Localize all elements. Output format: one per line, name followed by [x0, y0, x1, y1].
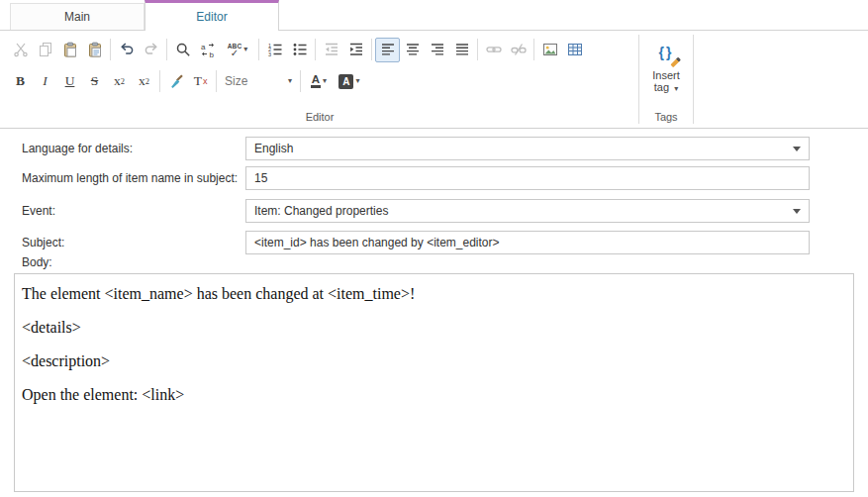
- remove-format-button[interactable]: Tx: [188, 69, 213, 94]
- cut-icon: [13, 42, 29, 57]
- toolbar-row-2: B I U S x2 x2 Tx: [8, 68, 365, 94]
- event-value: Item: Changed properties: [246, 204, 793, 218]
- spellcheck-button[interactable]: ABC ✓ ▾: [220, 38, 255, 62]
- replace-icon: ab: [200, 42, 216, 57]
- strikethrough-button[interactable]: S: [82, 69, 107, 94]
- paste-from-word-icon: [87, 42, 103, 57]
- paste-button[interactable]: [57, 38, 82, 62]
- chevron-down-icon: ▾: [288, 77, 292, 85]
- chevron-down-icon: ▾: [323, 77, 327, 85]
- toolbar-separator: [477, 39, 478, 60]
- bulleted-list-icon: [292, 42, 308, 57]
- subject-input[interactable]: [245, 231, 810, 254]
- redo-button[interactable]: [139, 38, 163, 62]
- body-label: Body:: [22, 253, 52, 271]
- event-label: Event:: [22, 199, 55, 223]
- underline-button[interactable]: U: [57, 69, 82, 94]
- background-color-icon: A: [338, 74, 353, 89]
- undo-icon: [119, 42, 135, 57]
- svg-text:b: b: [209, 50, 214, 58]
- copy-icon: [38, 42, 53, 57]
- unlink-icon: [511, 42, 527, 57]
- max-length-input[interactable]: [245, 166, 810, 190]
- paste-icon: [62, 42, 78, 57]
- font-size-dropdown[interactable]: Size ▾: [220, 69, 297, 93]
- superscript-button[interactable]: x2: [132, 69, 156, 94]
- replace-button[interactable]: ab: [195, 38, 220, 62]
- chevron-down-icon: [793, 209, 801, 214]
- decrease-indent-button[interactable]: [319, 38, 343, 62]
- link-icon: [486, 42, 502, 57]
- toolbar-separator: [159, 70, 160, 92]
- group-label-tags: Tags: [639, 111, 693, 127]
- link-button[interactable]: [481, 38, 506, 62]
- align-center-button[interactable]: [400, 38, 425, 62]
- language-value: English: [246, 142, 793, 155]
- subscript-button[interactable]: x2: [107, 69, 132, 94]
- numbered-list-icon: 123: [267, 42, 283, 57]
- increase-indent-button[interactable]: [343, 38, 368, 62]
- group-label-editor: Editor: [8, 111, 631, 127]
- toolbar-separator: [533, 39, 534, 60]
- check-icon: ✓: [231, 50, 239, 56]
- copy-formatting-button[interactable]: [163, 69, 188, 94]
- image-icon: [542, 42, 558, 57]
- align-left-button[interactable]: [375, 38, 400, 62]
- tab-editor-label: Editor: [196, 10, 227, 24]
- text-color-icon: A: [311, 74, 321, 88]
- undo-button[interactable]: [114, 38, 139, 62]
- toolbar-separator: [216, 70, 217, 92]
- increase-indent-icon: [348, 42, 364, 57]
- insert-tag-icon: {}: [659, 39, 674, 66]
- ribbon: ab ABC ✓ ▾ 123: [0, 30, 868, 129]
- align-justify-button[interactable]: [449, 38, 474, 62]
- align-right-icon: [430, 42, 445, 57]
- bulleted-list-button[interactable]: [287, 38, 312, 62]
- max-length-label: Maximum length of item name in subject:: [22, 166, 238, 190]
- event-select[interactable]: Item: Changed properties: [245, 199, 810, 223]
- chevron-down-icon: ▾: [674, 84, 678, 93]
- form-area: Language for details: English Maximum le…: [0, 129, 868, 497]
- paste-from-word-button[interactable]: [82, 38, 107, 62]
- table-icon: [567, 42, 583, 57]
- chevron-down-icon: [793, 147, 801, 151]
- unlink-button[interactable]: [506, 38, 530, 62]
- decrease-indent-icon: [324, 42, 339, 57]
- align-right-button[interactable]: [425, 38, 449, 62]
- toolbar-separator: [300, 70, 301, 92]
- language-label: Language for details:: [22, 137, 133, 160]
- italic-button[interactable]: I: [33, 69, 57, 94]
- svg-text:3: 3: [268, 51, 271, 57]
- align-left-icon: [380, 42, 396, 57]
- ribbon-tab-bar: Main Editor: [0, 0, 868, 30]
- find-button[interactable]: [170, 38, 195, 62]
- tab-editor[interactable]: Editor: [145, 0, 279, 31]
- language-select[interactable]: English: [245, 137, 810, 160]
- toolbar-separator: [371, 39, 372, 60]
- body-editor[interactable]: The element <item_name> has been changed…: [14, 273, 854, 492]
- group-separator: [693, 35, 694, 124]
- copy-button[interactable]: [33, 38, 57, 62]
- toolbar-separator: [110, 39, 111, 60]
- toolbar-separator: [315, 39, 316, 60]
- table-button[interactable]: [562, 38, 587, 62]
- tab-main-label: Main: [64, 10, 90, 24]
- search-icon: [175, 42, 191, 57]
- text-color-button[interactable]: A ▾: [304, 69, 334, 94]
- numbered-list-button[interactable]: 123: [262, 38, 287, 62]
- redo-icon: [144, 42, 159, 57]
- bold-button[interactable]: B: [8, 69, 33, 94]
- svg-text:a: a: [201, 43, 206, 51]
- tab-main[interactable]: Main: [10, 3, 145, 30]
- template-editor-window: Main Editor: [0, 0, 868, 497]
- image-button[interactable]: [537, 38, 562, 62]
- align-justify-icon: [454, 42, 470, 57]
- spellcheck-icon: ABC ✓: [228, 43, 242, 56]
- toolbar-separator: [166, 39, 167, 60]
- toolbar-row-1: ab ABC ✓ ▾ 123: [8, 37, 587, 62]
- insert-tag-button[interactable]: {} Insert tag ▾: [641, 36, 691, 107]
- background-color-button[interactable]: A ▾: [334, 69, 365, 94]
- chevron-down-icon: ▾: [243, 46, 247, 53]
- cut-button[interactable]: [8, 38, 33, 62]
- align-center-icon: [405, 42, 421, 57]
